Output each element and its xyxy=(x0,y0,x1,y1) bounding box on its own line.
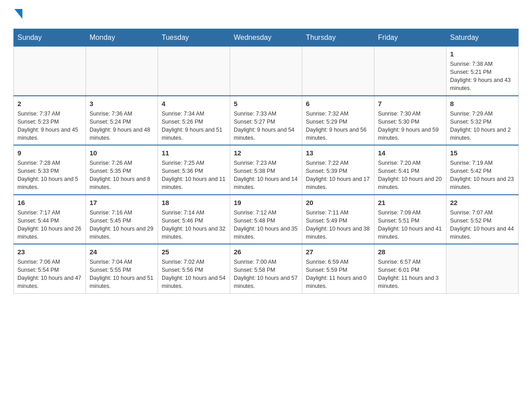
weekday-header-wednesday: Wednesday xyxy=(230,29,302,47)
calendar-cell: 20Sunrise: 7:11 AMSunset: 5:49 PMDayligh… xyxy=(302,195,374,244)
day-number: 19 xyxy=(234,198,298,207)
calendar-cell: 28Sunrise: 6:57 AMSunset: 6:01 PMDayligh… xyxy=(374,244,446,293)
day-number: 15 xyxy=(450,148,515,158)
day-info: Sunrise: 7:11 AMSunset: 5:49 PMDaylight:… xyxy=(306,209,370,241)
day-number: 13 xyxy=(306,148,370,158)
day-info: Sunrise: 7:30 AMSunset: 5:30 PMDaylight:… xyxy=(378,110,442,142)
page-header xyxy=(13,9,519,20)
day-number: 14 xyxy=(378,148,442,158)
calendar-cell: 8Sunrise: 7:29 AMSunset: 5:32 PMDaylight… xyxy=(446,96,519,146)
day-number: 16 xyxy=(17,198,82,207)
day-number: 11 xyxy=(162,148,226,158)
calendar-cell: 15Sunrise: 7:19 AMSunset: 5:42 PMDayligh… xyxy=(446,145,519,195)
calendar-cell: 6Sunrise: 7:32 AMSunset: 5:29 PMDaylight… xyxy=(302,96,374,146)
day-number: 24 xyxy=(90,247,154,257)
day-number: 5 xyxy=(234,99,298,108)
day-number: 8 xyxy=(450,99,515,108)
calendar-cell: 7Sunrise: 7:30 AMSunset: 5:30 PMDaylight… xyxy=(374,96,446,146)
day-info: Sunrise: 7:32 AMSunset: 5:29 PMDaylight:… xyxy=(306,110,370,142)
calendar-cell xyxy=(230,47,302,96)
day-number: 4 xyxy=(162,99,226,108)
day-info: Sunrise: 7:17 AMSunset: 5:44 PMDaylight:… xyxy=(17,209,82,241)
calendar-cell: 22Sunrise: 7:07 AMSunset: 5:52 PMDayligh… xyxy=(446,195,519,244)
calendar-cell xyxy=(14,47,86,96)
calendar-week-row: 23Sunrise: 7:06 AMSunset: 5:54 PMDayligh… xyxy=(14,244,519,293)
calendar-cell: 23Sunrise: 7:06 AMSunset: 5:54 PMDayligh… xyxy=(14,244,86,293)
calendar-cell: 13Sunrise: 7:22 AMSunset: 5:39 PMDayligh… xyxy=(302,145,374,195)
weekday-header-tuesday: Tuesday xyxy=(158,29,230,47)
day-number: 2 xyxy=(17,99,82,108)
calendar-cell: 26Sunrise: 7:00 AMSunset: 5:58 PMDayligh… xyxy=(230,244,302,293)
calendar-cell: 5Sunrise: 7:33 AMSunset: 5:27 PMDaylight… xyxy=(230,96,302,146)
weekday-header-thursday: Thursday xyxy=(302,29,374,47)
logo xyxy=(13,9,22,20)
calendar-cell: 2Sunrise: 7:37 AMSunset: 5:23 PMDaylight… xyxy=(14,96,86,146)
weekday-header-monday: Monday xyxy=(86,29,158,47)
day-info: Sunrise: 7:19 AMSunset: 5:42 PMDaylight:… xyxy=(450,159,515,192)
day-number: 22 xyxy=(450,198,515,207)
calendar-week-row: 1Sunrise: 7:38 AMSunset: 5:21 PMDaylight… xyxy=(14,47,519,96)
day-number: 20 xyxy=(306,198,370,207)
day-info: Sunrise: 7:14 AMSunset: 5:46 PMDaylight:… xyxy=(162,209,226,241)
day-number: 7 xyxy=(378,99,442,108)
calendar-week-row: 9Sunrise: 7:28 AMSunset: 5:33 PMDaylight… xyxy=(14,145,519,195)
calendar-cell: 3Sunrise: 7:36 AMSunset: 5:24 PMDaylight… xyxy=(86,96,158,146)
day-info: Sunrise: 7:16 AMSunset: 5:45 PMDaylight:… xyxy=(90,209,154,241)
day-info: Sunrise: 7:34 AMSunset: 5:26 PMDaylight:… xyxy=(162,110,226,142)
day-info: Sunrise: 7:09 AMSunset: 5:51 PMDaylight:… xyxy=(378,209,442,241)
day-info: Sunrise: 7:06 AMSunset: 5:54 PMDaylight:… xyxy=(17,258,82,291)
day-number: 9 xyxy=(17,148,82,158)
calendar-table: SundayMondayTuesdayWednesdayThursdayFrid… xyxy=(13,29,519,294)
day-info: Sunrise: 7:23 AMSunset: 5:38 PMDaylight:… xyxy=(234,159,298,192)
calendar-cell xyxy=(302,47,374,96)
day-number: 25 xyxy=(162,247,226,257)
weekday-header-sunday: Sunday xyxy=(14,29,86,47)
day-info: Sunrise: 7:29 AMSunset: 5:32 PMDaylight:… xyxy=(450,110,515,142)
svg-marker-0 xyxy=(14,9,22,19)
calendar-cell: 12Sunrise: 7:23 AMSunset: 5:38 PMDayligh… xyxy=(230,145,302,195)
day-info: Sunrise: 7:22 AMSunset: 5:39 PMDaylight:… xyxy=(306,159,370,192)
day-info: Sunrise: 7:33 AMSunset: 5:27 PMDaylight:… xyxy=(234,110,298,142)
weekday-header-friday: Friday xyxy=(374,29,446,47)
day-number: 23 xyxy=(17,247,82,257)
calendar-cell: 27Sunrise: 6:59 AMSunset: 5:59 PMDayligh… xyxy=(302,244,374,293)
calendar-cell: 10Sunrise: 7:26 AMSunset: 5:35 PMDayligh… xyxy=(86,145,158,195)
calendar-cell: 16Sunrise: 7:17 AMSunset: 5:44 PMDayligh… xyxy=(14,195,86,244)
day-info: Sunrise: 7:36 AMSunset: 5:24 PMDaylight:… xyxy=(90,110,154,142)
calendar-week-row: 2Sunrise: 7:37 AMSunset: 5:23 PMDaylight… xyxy=(14,96,519,146)
day-number: 26 xyxy=(234,247,298,257)
calendar-cell: 25Sunrise: 7:02 AMSunset: 5:56 PMDayligh… xyxy=(158,244,230,293)
day-number: 10 xyxy=(90,148,154,158)
day-info: Sunrise: 7:12 AMSunset: 5:48 PMDaylight:… xyxy=(234,209,298,241)
day-number: 28 xyxy=(378,247,442,257)
weekday-header-row: SundayMondayTuesdayWednesdayThursdayFrid… xyxy=(14,29,519,47)
calendar-cell: 19Sunrise: 7:12 AMSunset: 5:48 PMDayligh… xyxy=(230,195,302,244)
day-info: Sunrise: 7:04 AMSunset: 5:55 PMDaylight:… xyxy=(90,258,154,291)
day-info: Sunrise: 7:37 AMSunset: 5:23 PMDaylight:… xyxy=(17,110,82,142)
day-info: Sunrise: 7:25 AMSunset: 5:36 PMDaylight:… xyxy=(162,159,226,192)
day-info: Sunrise: 7:26 AMSunset: 5:35 PMDaylight:… xyxy=(90,159,154,192)
day-info: Sunrise: 7:38 AMSunset: 5:21 PMDaylight:… xyxy=(450,60,515,93)
day-number: 12 xyxy=(234,148,298,158)
calendar-cell: 14Sunrise: 7:20 AMSunset: 5:41 PMDayligh… xyxy=(374,145,446,195)
day-info: Sunrise: 7:20 AMSunset: 5:41 PMDaylight:… xyxy=(378,159,442,192)
calendar-cell: 4Sunrise: 7:34 AMSunset: 5:26 PMDaylight… xyxy=(158,96,230,146)
calendar-cell: 24Sunrise: 7:04 AMSunset: 5:55 PMDayligh… xyxy=(86,244,158,293)
day-info: Sunrise: 7:02 AMSunset: 5:56 PMDaylight:… xyxy=(162,258,226,291)
calendar-cell: 1Sunrise: 7:38 AMSunset: 5:21 PMDaylight… xyxy=(446,47,519,96)
day-number: 21 xyxy=(378,198,442,207)
day-info: Sunrise: 6:59 AMSunset: 5:59 PMDaylight:… xyxy=(306,258,370,291)
day-info: Sunrise: 7:28 AMSunset: 5:33 PMDaylight:… xyxy=(17,159,82,192)
calendar-cell: 9Sunrise: 7:28 AMSunset: 5:33 PMDaylight… xyxy=(14,145,86,195)
day-info: Sunrise: 7:00 AMSunset: 5:58 PMDaylight:… xyxy=(234,258,298,291)
calendar-cell xyxy=(446,244,519,293)
weekday-header-saturday: Saturday xyxy=(446,29,519,47)
calendar-cell: 21Sunrise: 7:09 AMSunset: 5:51 PMDayligh… xyxy=(374,195,446,244)
calendar-week-row: 16Sunrise: 7:17 AMSunset: 5:44 PMDayligh… xyxy=(14,195,519,244)
calendar-cell xyxy=(374,47,446,96)
logo-triangle-icon xyxy=(14,9,22,21)
day-info: Sunrise: 6:57 AMSunset: 6:01 PMDaylight:… xyxy=(378,258,442,291)
day-number: 27 xyxy=(306,247,370,257)
calendar-cell: 11Sunrise: 7:25 AMSunset: 5:36 PMDayligh… xyxy=(158,145,230,195)
day-number: 1 xyxy=(450,49,515,59)
